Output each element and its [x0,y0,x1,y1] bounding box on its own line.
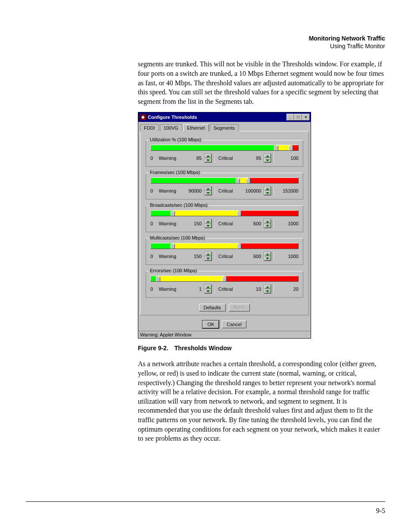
threshold-group: Broadcasts/sec (100 Mbps)0Warning150Crit… [146,205,303,232]
warning-label: Warning [159,286,181,292]
critical-slider-handle[interactable] [222,277,227,282]
warning-label: Warning [159,188,181,193]
critical-value: 100000 [240,188,263,193]
warning-slider-handle[interactable] [236,178,240,184]
footer-rule [26,501,385,502]
min-value: 0 [150,188,158,193]
warning-spinner[interactable] [204,219,212,228]
warning-spinner[interactable] [204,186,212,196]
warning-slider-handle[interactable] [156,277,160,282]
critical-label: Critical [218,221,240,226]
max-value: 1000 [278,221,299,226]
tab-100vg[interactable]: 100VG [160,124,182,131]
titlebar[interactable]: Configure Thresholds _ □ × [138,112,311,122]
cancel-button[interactable]: Cancel [222,320,246,328]
warning-slider-handle[interactable] [274,146,278,151]
spinner-down-icon[interactable] [205,224,212,228]
spinner-up-icon[interactable] [205,252,212,256]
spinner-down-icon[interactable] [264,289,271,293]
apply-button[interactable]: Apply [229,304,250,311]
spinner-down-icon[interactable] [264,224,271,228]
spinner-up-icon[interactable] [264,252,271,256]
critical-spinner[interactable] [264,284,271,294]
threshold-bar[interactable] [150,276,299,282]
threshold-group: Frames/sec (100 Mbps)0Warning90000Critic… [146,173,303,199]
tabstrip: FDDI100VGEthernetSegments [140,124,311,131]
spinner-up-icon[interactable] [205,219,212,224]
warning-spinner[interactable] [204,284,212,294]
threshold-row: 0Warning150Critical6001000 [150,252,299,261]
body-paragraph-1: segments are trunked. This will not be v… [138,59,385,106]
threshold-bar[interactable] [150,243,299,249]
header-subtitle: Using Traffic Monitor [138,42,385,50]
warning-label: Warning [159,156,181,161]
tab-fddi[interactable]: FDDI [140,124,159,131]
min-value: 0 [150,221,158,226]
spinner-down-icon[interactable] [264,158,271,162]
spinner-up-icon[interactable] [205,285,212,289]
spinner-up-icon[interactable] [205,187,212,191]
min-value: 0 [150,254,158,259]
threshold-bar[interactable] [150,210,299,216]
header-title: Monitoring Network Traffic [138,34,385,42]
max-value: 100 [278,156,299,161]
warning-slider-handle[interactable] [171,211,175,216]
critical-spinner[interactable] [264,219,271,228]
threshold-group: Multicasts/sec (100 Mbps)0Warning150Crit… [146,238,303,265]
figure-caption: Figure 9-2. Thresholds Window [138,345,385,352]
threshold-bar[interactable] [150,177,299,184]
spinner-up-icon[interactable] [264,154,271,158]
critical-value: 600 [240,221,263,226]
tab-segments[interactable]: Segments [210,124,239,131]
page-number: 9-5 [376,507,385,515]
threshold-row: 0Warning150Critical6001000 [150,219,299,228]
critical-value: 10 [240,286,263,292]
page-header: Monitoring Network Traffic Using Traffic… [138,34,385,50]
tab-ethernet[interactable]: Ethernet [183,124,209,131]
group-title: Utilization % (100 Mbps) [149,137,202,142]
warning-slider-handle[interactable] [171,244,175,249]
spinner-down-icon[interactable] [264,256,271,261]
spinner-down-icon[interactable] [205,289,212,293]
critical-label: Critical [218,254,240,259]
warning-value: 85 [181,156,203,161]
warning-label: Warning [159,254,181,259]
critical-spinner[interactable] [264,153,271,163]
critical-value: 600 [240,254,263,259]
spinner-down-icon[interactable] [205,256,212,261]
threshold-bar[interactable] [150,145,299,151]
spinner-down-icon[interactable] [205,158,212,162]
ok-button[interactable]: OK [202,320,219,328]
warning-value: 150 [181,221,203,226]
critical-value: 95 [240,156,263,161]
critical-spinner[interactable] [264,252,271,261]
thresholds-dialog: Configure Thresholds _ □ × FDDI100VGEthe… [138,112,311,339]
minimize-icon[interactable]: _ [286,114,294,121]
critical-spinner[interactable] [264,186,271,196]
app-icon [140,114,146,120]
threshold-row: 0Warning1Critical1020 [150,284,299,294]
group-title: Broadcasts/sec (100 Mbps) [149,202,209,208]
critical-label: Critical [218,156,240,161]
warning-spinner[interactable] [204,252,212,261]
critical-slider-handle[interactable] [246,178,250,184]
spinner-up-icon[interactable] [264,219,271,224]
status-bar: Warning: Applet Window [138,331,311,338]
tab-panel-ethernet: Utilization % (100 Mbps)0Warning85Critic… [140,131,309,315]
critical-slider-handle[interactable] [237,244,241,249]
critical-slider-handle[interactable] [237,211,241,216]
warning-spinner[interactable] [204,153,212,163]
maximize-icon[interactable]: □ [294,114,302,121]
spinner-up-icon[interactable] [264,187,271,191]
spinner-up-icon[interactable] [205,154,212,158]
warning-value: 1 [181,286,203,292]
critical-slider-handle[interactable] [289,146,293,151]
max-value: 1000 [278,254,299,259]
threshold-row: 0Warning90000Critical100000152000 [150,186,299,196]
spinner-down-icon[interactable] [205,191,212,195]
close-icon[interactable]: × [302,114,310,121]
spinner-up-icon[interactable] [264,285,271,289]
spinner-down-icon[interactable] [264,191,271,195]
defaults-button[interactable]: Defaults [199,304,226,311]
max-value: 20 [278,286,299,292]
